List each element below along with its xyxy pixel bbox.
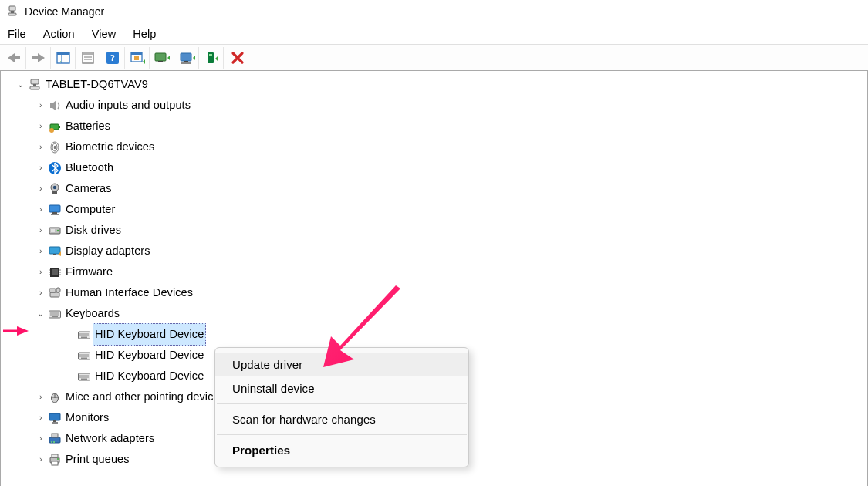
svg-rect-26 (30, 86, 39, 89)
svg-rect-42 (51, 229, 55, 232)
chevron-icon[interactable]: › (35, 178, 47, 199)
chevron-icon[interactable]: › (35, 428, 47, 449)
tree-category[interactable]: ›Cameras (1, 178, 867, 199)
svg-rect-16 (134, 56, 139, 60)
tree-category[interactable]: ›Batteries (1, 116, 867, 137)
chevron-icon[interactable]: › (35, 241, 47, 262)
svg-rect-54 (49, 289, 56, 292)
svg-point-32 (54, 145, 56, 149)
tree-category-label: Disk drives (66, 220, 121, 241)
network-icon (47, 431, 62, 447)
chevron-icon[interactable]: › (35, 157, 47, 178)
svg-rect-9 (83, 52, 93, 55)
properties-button[interactable] (79, 47, 100, 69)
tree-category-label: Bluetooth (66, 157, 113, 178)
svg-point-81 (53, 441, 55, 443)
mouse-icon (47, 390, 62, 405)
disable-device-button[interactable] (227, 47, 248, 69)
tree-device-label: HID Keyboard Device (93, 323, 206, 346)
context-properties[interactable]: Properties (215, 438, 468, 462)
svg-rect-15 (131, 52, 142, 55)
svg-rect-75 (49, 413, 60, 420)
tree-category-label: Network adapters (66, 428, 154, 449)
svg-rect-53 (50, 292, 59, 297)
scan-hardware-button[interactable] (128, 47, 150, 69)
svg-rect-39 (51, 214, 59, 215)
tree-category-label: Mice and other pointing devices (66, 386, 225, 407)
context-update-driver[interactable]: Update driver (215, 353, 468, 376)
chevron-icon[interactable]: › (35, 199, 47, 220)
tree-category-label: Human Interface Devices (66, 282, 193, 303)
tree-root[interactable]: ⌄TABLET-DQ6TVAV9 (1, 74, 867, 95)
svg-rect-17 (155, 53, 166, 61)
chevron-icon[interactable]: › (35, 116, 47, 137)
monitor-icon (47, 410, 62, 426)
tree-category[interactable]: ›Biometric devices (1, 137, 867, 157)
battery-icon (47, 119, 62, 134)
svg-rect-28 (59, 126, 60, 128)
back-button[interactable] (5, 47, 26, 69)
chevron-icon[interactable]: › (35, 282, 47, 303)
firmware-icon (47, 265, 62, 280)
camera-icon (47, 181, 62, 197)
chevron-icon[interactable]: ⌄ (35, 303, 47, 324)
uninstall-device-button[interactable] (177, 47, 199, 69)
tree-category-label: Batteries (66, 116, 110, 137)
menu-help[interactable]: Help (133, 28, 156, 40)
window-title: Device Manager (25, 5, 104, 18)
tree-category[interactable]: ›Display adapters (1, 241, 867, 262)
tree-category[interactable]: ›Disk drives (1, 220, 867, 241)
context-menu: Update driver Uninstall device Scan for … (214, 347, 469, 467)
svg-rect-43 (49, 247, 60, 254)
tree-device[interactable]: HID Keyboard Device (1, 324, 867, 345)
tree-category-label: Firmware (66, 262, 113, 282)
chevron-icon[interactable]: › (35, 220, 47, 241)
tree-category[interactable]: ⌄Keyboards (1, 303, 867, 324)
chevron-icon[interactable]: › (35, 137, 47, 157)
chevron-icon[interactable]: ⌄ (15, 74, 27, 95)
context-separator (217, 434, 467, 435)
chevron-icon[interactable]: › (35, 262, 47, 282)
show-hide-console-button[interactable] (54, 47, 76, 69)
svg-rect-83 (52, 454, 58, 457)
svg-rect-59 (52, 316, 58, 317)
tree-category[interactable]: ›Human Interface Devices (1, 282, 867, 303)
tree-device-label: HID Keyboard Device (95, 366, 204, 386)
tree-device-label: HID Keyboard Device (95, 345, 204, 366)
tree-category[interactable]: ›Audio inputs and outputs (1, 95, 867, 116)
svg-rect-71 (81, 378, 87, 380)
svg-rect-2 (8, 13, 16, 15)
chevron-icon[interactable]: › (35, 449, 47, 470)
tree-category-label: Audio inputs and outputs (66, 95, 191, 116)
forward-button[interactable] (29, 47, 51, 69)
tree-category-label: Print queues (66, 449, 130, 470)
context-uninstall-device[interactable]: Uninstall device (215, 376, 468, 400)
display-icon (47, 244, 62, 259)
tree-category[interactable]: ›Computer (1, 199, 867, 220)
chevron-icon[interactable]: › (35, 386, 47, 407)
svg-rect-55 (56, 288, 60, 292)
enable-device-button[interactable] (202, 47, 224, 69)
svg-rect-0 (9, 6, 15, 11)
svg-rect-44 (53, 254, 56, 255)
help-button[interactable]: ? (103, 47, 125, 69)
keyboard-icon (76, 327, 92, 343)
svg-rect-20 (184, 61, 188, 62)
context-scan-hardware[interactable]: Scan for hardware changes (215, 407, 468, 431)
app-icon (6, 5, 19, 19)
tree-category[interactable]: ›Firmware (1, 262, 867, 282)
menu-action[interactable]: Action (43, 28, 75, 40)
tree-category[interactable]: ›Bluetooth (1, 157, 867, 178)
update-driver-button[interactable] (153, 47, 174, 69)
svg-rect-76 (53, 420, 56, 422)
tree-category-label: Computer (66, 199, 115, 220)
chevron-icon[interactable]: › (35, 95, 47, 116)
toolbar: ? (0, 45, 868, 71)
svg-rect-77 (52, 422, 58, 424)
menu-view[interactable]: View (92, 28, 117, 40)
tree-root-label: TABLET-DQ6TVAV9 (46, 74, 148, 95)
svg-rect-6 (57, 52, 69, 55)
chevron-icon[interactable]: › (35, 407, 47, 428)
keyboard-icon (47, 306, 62, 322)
menu-file[interactable]: File (8, 28, 26, 40)
